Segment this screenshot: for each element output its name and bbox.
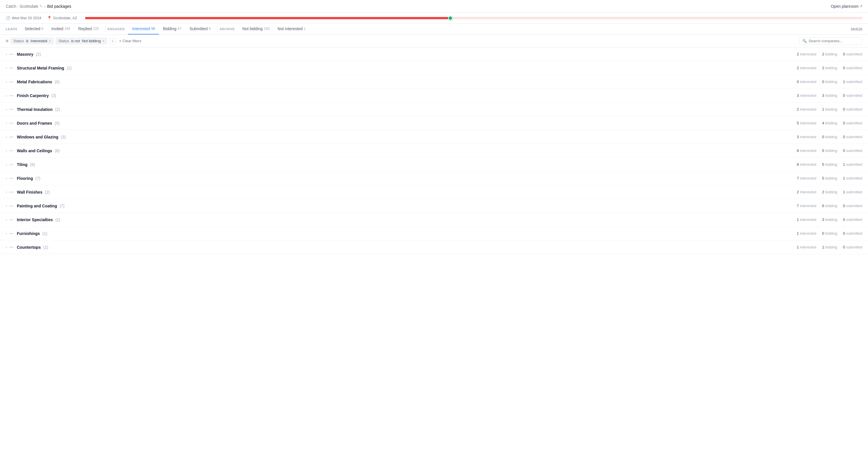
package-name: Tiling (8): [17, 162, 797, 167]
expand-icon[interactable]: ›: [6, 218, 7, 222]
row-menu-icon[interactable]: •••: [9, 245, 13, 250]
stat-bidding: 5 bidding: [822, 162, 837, 167]
progress-thumb[interactable]: [448, 16, 453, 20]
package-row[interactable]: › ••• Thermal Insulation (2) 2 intereste…: [0, 103, 868, 116]
expand-icon[interactable]: ›: [6, 66, 7, 70]
package-row[interactable]: › ••• Furnishings (1) 1 interested 0 bid…: [0, 227, 868, 240]
stat-interested: 1 interested: [797, 231, 816, 235]
tabs-row: LEADS Selected 6 Invited 349 Replied 225…: [6, 24, 862, 34]
row-menu-icon[interactable]: •••: [9, 218, 13, 222]
stat-bidding: 0 bidding: [822, 135, 837, 139]
tab-invited[interactable]: Invited 349: [48, 24, 74, 34]
package-row[interactable]: › ••• Masonry (2) 2 interested 2 bidding…: [0, 48, 868, 61]
expand-icon[interactable]: ›: [6, 163, 7, 167]
tab-interested[interactable]: Interested 56: [128, 24, 159, 34]
stat-interested: 1 interested: [797, 245, 816, 249]
info-bar: 🕐 Wed Mar 20 2024 📍 Scottsdale, AZ: [0, 12, 868, 24]
package-row[interactable]: › ••• Finish Carpentry (3) 3 interested …: [0, 89, 868, 103]
expand-icon[interactable]: ›: [6, 94, 7, 98]
row-menu-icon[interactable]: •••: [9, 135, 13, 139]
package-row[interactable]: › ••• Interior Specialties (1) 1 interes…: [0, 213, 868, 227]
tab-divider-1: [105, 26, 105, 32]
row-menu-icon[interactable]: •••: [9, 204, 13, 208]
tab-bidding[interactable]: Bidding 47: [159, 24, 185, 34]
engaged-group-label: ENGAGED: [107, 25, 128, 33]
row-menu-icon[interactable]: •••: [9, 66, 13, 70]
stat-interested: 8 interested: [797, 148, 816, 153]
package-stats: 5 interested 4 bidding 0 submitted: [797, 121, 862, 125]
search-companies-field[interactable]: 🔍: [799, 37, 862, 45]
expand-icon[interactable]: ›: [6, 52, 7, 56]
filter1-close-icon[interactable]: ×: [49, 39, 51, 43]
package-row[interactable]: › ••• Walls and Ceilings (8) 8 intereste…: [0, 144, 868, 158]
row-menu-icon[interactable]: •••: [9, 52, 13, 57]
clear-icon: ×: [119, 39, 121, 43]
package-count: (7): [60, 204, 65, 208]
row-menu-icon[interactable]: •••: [9, 93, 13, 98]
package-name: Masonry (2): [17, 52, 797, 57]
open-planroom-button[interactable]: Open planroom ↗: [831, 4, 862, 9]
package-count: (3): [51, 93, 56, 98]
filter-menu-icon[interactable]: ≡: [6, 38, 8, 44]
row-menu-icon[interactable]: •••: [9, 176, 13, 181]
stat-submitted: 0 submitted: [843, 52, 862, 56]
tab-not-interested[interactable]: Not interested 1: [274, 24, 310, 34]
tab-not-bidding[interactable]: Not bidding 193: [238, 24, 274, 34]
expand-icon[interactable]: ›: [6, 121, 7, 125]
package-row[interactable]: › ••• Metal Fabrications (0) 0 intereste…: [0, 75, 868, 89]
stat-submitted: 0 submitted: [843, 204, 862, 208]
breadcrumb-link[interactable]: Catch · Scottsdale ✎: [6, 4, 42, 9]
search-input[interactable]: [809, 39, 859, 43]
row-menu-icon[interactable]: •••: [9, 162, 13, 167]
package-row[interactable]: › ••• Wall Finishes (2) 2 interested 2 b…: [0, 185, 868, 199]
add-filter-button[interactable]: +: [110, 38, 116, 44]
package-count: (2): [45, 190, 50, 195]
tab-submitted[interactable]: Submitted 6: [185, 24, 215, 34]
expand-icon[interactable]: ›: [6, 149, 7, 153]
breadcrumb-separator: ›: [44, 4, 45, 9]
expand-icon[interactable]: ›: [6, 231, 7, 235]
expand-icon[interactable]: ›: [6, 190, 7, 194]
tab-selected[interactable]: Selected 6: [21, 24, 48, 34]
row-menu-icon[interactable]: •••: [9, 148, 13, 153]
date-text: Wed Mar 20 2024: [12, 16, 41, 20]
expand-icon[interactable]: ›: [6, 176, 7, 180]
expand-icon[interactable]: ›: [6, 135, 7, 139]
stat-bidding: 1 bidding: [822, 107, 837, 111]
stat-interested: 3 interested: [797, 93, 816, 98]
expand-icon[interactable]: ›: [6, 245, 7, 249]
package-row[interactable]: › ••• Painting and Coating (7) 7 interes…: [0, 199, 868, 213]
row-menu-icon[interactable]: •••: [9, 107, 13, 112]
package-row[interactable]: › ••• Doors and Frames (5) 5 interested …: [0, 116, 868, 130]
packages-table: › ••• Masonry (2) 2 interested 2 bidding…: [0, 48, 868, 449]
package-row[interactable]: › ••• Countertops (1) 1 interested 1 bid…: [0, 240, 868, 254]
search-icon: 🔍: [802, 39, 807, 43]
package-stats: 1 interested 3 bidding 0 submitted: [797, 218, 862, 222]
expand-icon[interactable]: ›: [6, 80, 7, 84]
breadcrumb: Catch · Scottsdale ✎ › Bid packages: [6, 4, 71, 9]
breadcrumb-current: Bid packages: [47, 4, 71, 9]
package-count: (8): [30, 162, 35, 167]
row-menu-icon[interactable]: •••: [9, 121, 13, 125]
package-name: Painting and Coating (7): [17, 204, 797, 208]
package-row[interactable]: › ••• Flooring (7) 7 interested 5 biddin…: [0, 171, 868, 185]
stat-submitted: 1 submitted: [843, 190, 862, 194]
package-row[interactable]: › ••• Structural Metal Framing (2) 2 int…: [0, 61, 868, 75]
row-menu-icon[interactable]: •••: [9, 231, 13, 236]
location-text: Scottsdale, AZ: [53, 16, 77, 20]
tab-replied[interactable]: Replied 225: [74, 24, 103, 34]
row-menu-icon[interactable]: •••: [9, 80, 13, 84]
package-row[interactable]: › ••• Windows and Glazing (3) 3 interest…: [0, 130, 868, 144]
stat-bidding: 5 bidding: [822, 148, 837, 153]
expand-icon[interactable]: ›: [6, 108, 7, 111]
row-menu-icon[interactable]: •••: [9, 190, 13, 195]
filter2-close-icon[interactable]: ×: [102, 39, 104, 43]
edit-icon[interactable]: ✎: [40, 4, 42, 8]
package-name: Flooring (7): [17, 176, 797, 181]
package-name: Countertops (1): [17, 245, 797, 250]
package-row[interactable]: › ••• Tiling (8) 8 interested 5 bidding …: [0, 158, 868, 171]
progress-bar-wrapper: [85, 17, 862, 19]
stat-bidding: 2 bidding: [822, 52, 837, 56]
expand-icon[interactable]: ›: [6, 204, 7, 208]
clear-filters-button[interactable]: × Clear filters: [119, 39, 141, 43]
